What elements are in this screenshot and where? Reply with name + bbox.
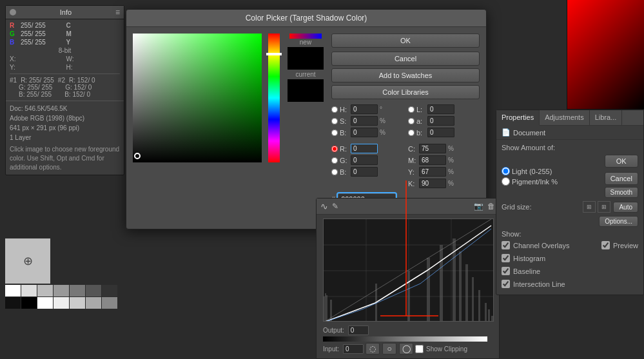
y-icon: Y: [66, 39, 75, 46]
add-to-swatches-button[interactable]: Add to Swatches: [331, 68, 480, 82]
b-label: B:: [340, 129, 349, 137]
grid-large-button[interactable]: ⊞: [598, 201, 610, 213]
click-info: Click image to choose new foreground col…: [10, 145, 120, 172]
tab-adjustments[interactable]: Adjustments: [540, 110, 590, 125]
light-radio-row: Light (0-255): [502, 167, 558, 175]
close-icon[interactable]: [10, 9, 16, 15]
curves-wave-icon[interactable]: ∿: [320, 201, 328, 211]
doc-layers: 1 Layer: [10, 133, 120, 142]
histogram-checkbox[interactable]: [502, 254, 510, 262]
swatch-light1[interactable]: [21, 285, 37, 296]
l-label: L:: [416, 106, 425, 113]
g-radio[interactable]: [331, 157, 338, 164]
curves-trash-icon[interactable]: 🗑: [487, 202, 495, 211]
eyedropper-black-button[interactable]: ◌: [366, 343, 380, 354]
info-g-val: 255/ 255: [21, 30, 46, 37]
show-clipping-checkbox[interactable]: [415, 345, 424, 353]
g-label: G:: [340, 157, 349, 164]
curves-camera-icon[interactable]: 📷: [474, 202, 483, 211]
l-radio[interactable]: [408, 106, 415, 113]
k-unit: %: [448, 180, 456, 187]
y-input[interactable]: [419, 167, 446, 177]
k-input[interactable]: [419, 179, 446, 188]
tab-properties[interactable]: Properties: [496, 110, 540, 126]
swatch-white[interactable]: [5, 285, 21, 296]
a-radio[interactable]: [408, 118, 415, 124]
swatch-l3[interactable]: [54, 297, 69, 309]
m-input[interactable]: [419, 155, 446, 165]
swatch-dark2[interactable]: [86, 285, 101, 296]
bl-field-row: B:: [331, 167, 403, 177]
s-unit: %: [380, 117, 387, 124]
r-input[interactable]: [351, 144, 378, 153]
curves-graph[interactable]: [323, 218, 494, 322]
channel-overlays-checkbox[interactable]: [502, 241, 510, 249]
intersection-line-checkbox[interactable]: [502, 280, 510, 288]
output-input[interactable]: [348, 325, 369, 335]
g-field-row: G:: [331, 155, 403, 165]
bl-radio[interactable]: [331, 169, 338, 175]
swatch-dark1[interactable]: [70, 285, 85, 296]
input-value[interactable]: [343, 344, 364, 354]
c-field-row: C: %: [408, 144, 480, 153]
alpha-strip: [289, 34, 322, 39]
info-b-val: 255/ 255: [21, 39, 46, 46]
color-gradient-square[interactable]: [133, 34, 262, 162]
info-values: R 255/ 255 C G 255/ 255 M B 255/ 255 Y 8…: [6, 19, 124, 101]
b2-input[interactable]: [427, 128, 454, 137]
smooth-button[interactable]: Smooth: [605, 187, 638, 198]
curves-pencil-icon[interactable]: ✎: [332, 202, 338, 211]
sample2-r: R: 152/ 0: [69, 77, 95, 84]
c-input[interactable]: [419, 144, 446, 153]
svg-rect-15: [459, 251, 462, 322]
intersection-line-label: Intersection Line: [513, 280, 565, 288]
swatch-black[interactable]: [21, 297, 37, 309]
bl-input[interactable]: [351, 167, 378, 177]
baseline-checkbox[interactable]: [502, 267, 510, 275]
s-input[interactable]: [351, 116, 378, 126]
eyedropper-gray-button[interactable]: ○: [382, 343, 396, 354]
cancel-button[interactable]: Cancel: [331, 52, 480, 66]
g-input[interactable]: [351, 155, 378, 165]
properties-ok-button[interactable]: OK: [605, 155, 638, 168]
new-label: new: [300, 39, 311, 46]
spacer: [331, 139, 403, 142]
properties-cancel-button[interactable]: Cancel: [605, 172, 638, 185]
swatch-d5[interactable]: [102, 297, 117, 309]
curves-panel: ∿ ✎ 📷 🗑: [316, 198, 500, 359]
a-input[interactable]: [427, 116, 454, 126]
auto-button[interactable]: Auto: [613, 202, 638, 213]
eyedropper-white-button[interactable]: ◯: [399, 343, 413, 354]
output-gradient-strip: [323, 336, 487, 342]
b-radio[interactable]: [331, 130, 338, 136]
ok-button[interactable]: OK: [331, 34, 480, 48]
pigment-radio[interactable]: [502, 177, 510, 186]
swatch-w2[interactable]: [37, 297, 53, 309]
b-input[interactable]: [351, 128, 378, 137]
swatch-m2[interactable]: [86, 297, 101, 309]
b2-radio[interactable]: [408, 130, 415, 136]
hue-slider[interactable]: [268, 34, 280, 162]
channel-overlays-row: Channel Overlays: [502, 241, 569, 249]
swatch-l4[interactable]: [70, 297, 85, 309]
r-radio[interactable]: [331, 146, 338, 152]
grid-small-button[interactable]: ⊞: [583, 201, 596, 213]
swatch-dark4[interactable]: [5, 297, 21, 309]
swatch-light2[interactable]: [37, 285, 53, 296]
color-libraries-button[interactable]: Color Libraries: [331, 85, 480, 99]
preview-checkbox[interactable]: [601, 241, 610, 249]
swatch-dark3[interactable]: [102, 285, 117, 296]
light-radio[interactable]: [502, 167, 510, 175]
h-input[interactable]: [351, 104, 378, 114]
options-button[interactable]: Options...: [599, 216, 638, 227]
info-panel-menu-icon[interactable]: ≡: [115, 8, 120, 17]
h-radio[interactable]: [331, 106, 338, 113]
color-gradient-area[interactable]: [133, 34, 262, 222]
s-radio[interactable]: [331, 118, 338, 124]
b-field-row: B: %: [331, 128, 403, 137]
l-input[interactable]: [427, 104, 454, 114]
swatch-mid[interactable]: [54, 285, 69, 296]
show-label: Show:: [502, 230, 638, 238]
tab-libraries[interactable]: Libra...: [590, 110, 623, 125]
g-icon: G: [10, 30, 19, 37]
